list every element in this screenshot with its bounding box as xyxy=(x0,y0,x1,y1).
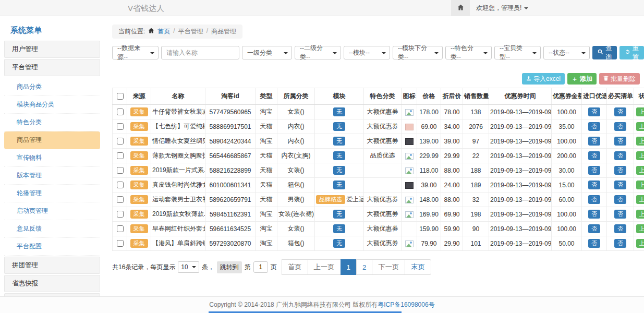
jump-page-input[interactable] xyxy=(253,261,268,273)
table-header-cell[interactable]: 淘客id xyxy=(205,88,256,105)
import-select-toggle[interactable]: 否 xyxy=(588,180,600,190)
sidebar-submenu-item[interactable]: 商品分类 xyxy=(4,78,100,96)
import-select-toggle[interactable]: 否 xyxy=(588,151,600,161)
must-buy-toggle[interactable]: 否 xyxy=(614,151,626,161)
status-badge[interactable]: 上架 xyxy=(636,151,644,161)
must-buy-toggle[interactable]: 否 xyxy=(614,137,626,146)
status-badge[interactable]: 上架 xyxy=(636,224,644,234)
per-page-select[interactable]: 10 xyxy=(178,261,199,273)
import-select-toggle[interactable]: 否 xyxy=(588,166,600,175)
must-buy-toggle[interactable]: 否 xyxy=(614,239,626,248)
filter-field[interactable]: --模块-- xyxy=(344,46,390,59)
status-badge[interactable]: 上架 xyxy=(636,122,644,131)
select-all-checkbox[interactable] xyxy=(117,93,124,100)
import-select-toggle[interactable]: 否 xyxy=(588,239,600,248)
table-header-cell[interactable]: 折后价 xyxy=(441,88,463,105)
table-header-cell[interactable]: 特色分类 xyxy=(364,88,402,105)
table-header-cell[interactable]: 优惠券金额 xyxy=(552,88,582,105)
row-checkbox[interactable] xyxy=(117,211,124,218)
sidebar-group-item[interactable]: 用户管理 xyxy=(4,41,100,58)
table-header-cell[interactable]: 来源 xyxy=(127,88,151,105)
import-select-toggle[interactable]: 否 xyxy=(588,107,600,117)
row-checkbox[interactable] xyxy=(117,240,124,247)
sidebar-submenu-item[interactable]: 轮播管理 xyxy=(4,185,100,202)
import-select-toggle[interactable]: 否 xyxy=(588,137,600,146)
must-buy-toggle[interactable]: 否 xyxy=(614,166,626,175)
sidebar-group-item[interactable]: 省惠快报 xyxy=(4,275,100,292)
row-checkbox[interactable] xyxy=(117,225,124,232)
must-buy-toggle[interactable]: 否 xyxy=(614,107,626,117)
table-header-cell[interactable]: 类型 xyxy=(256,88,277,105)
sidebar-submenu-item[interactable]: 模块商品分类 xyxy=(4,96,100,114)
filter-field[interactable]: --宝贝类型-- xyxy=(494,46,541,59)
must-buy-toggle[interactable]: 否 xyxy=(614,180,626,190)
row-checkbox[interactable] xyxy=(117,152,124,159)
page-button[interactable]: 上一页 xyxy=(308,259,341,275)
table-header-cell[interactable]: 模块 xyxy=(315,88,364,105)
table-header-cell[interactable]: 优惠券时间 xyxy=(489,88,552,105)
row-checkbox[interactable] xyxy=(117,196,124,203)
status-badge[interactable]: 上架 xyxy=(636,239,644,248)
row-checkbox[interactable] xyxy=(117,109,124,115)
page-button[interactable]: 1 xyxy=(341,259,357,275)
row-checkbox[interactable] xyxy=(117,138,124,145)
breadcrumb-home-link[interactable]: 首页 xyxy=(157,27,170,36)
sidebar-submenu-item[interactable]: 商品管理 xyxy=(4,131,100,149)
table-header-cell[interactable]: 状态 xyxy=(634,88,644,105)
import-select-toggle[interactable]: 否 xyxy=(588,210,600,219)
filter-field[interactable]: 一级分类 xyxy=(242,46,292,59)
page-button[interactable]: 2 xyxy=(356,259,372,275)
breadcrumb-item[interactable]: 商品管理 xyxy=(211,27,236,36)
page-button[interactable]: 末页 xyxy=(405,259,431,275)
filter-field[interactable]: 请输入名称 xyxy=(161,46,239,59)
sidebar-submenu-item[interactable]: 意见反馈 xyxy=(4,220,100,238)
import-select-toggle[interactable]: 否 xyxy=(588,195,600,204)
search-button[interactable]: 查询 xyxy=(592,46,617,59)
must-buy-toggle[interactable]: 否 xyxy=(614,210,626,219)
sidebar-submenu-item[interactable]: 宣传物料 xyxy=(4,149,100,167)
status-badge[interactable]: 上架 xyxy=(636,180,644,190)
table-header-cell[interactable]: 必买清单 xyxy=(607,88,634,105)
filter-field[interactable]: --二级分类-- xyxy=(295,46,341,59)
import-excel-button[interactable]: 导入excel xyxy=(522,73,565,85)
sidebar-submenu-item[interactable]: 特色分类 xyxy=(4,114,100,131)
user-menu[interactable]: 欢迎您，管理员! xyxy=(470,0,534,16)
filter-field[interactable]: --状态-- xyxy=(543,46,590,59)
page-button[interactable]: 下一页 xyxy=(372,259,405,275)
table-header-cell[interactable]: 所属分类 xyxy=(277,88,315,105)
table-header-cell[interactable]: 图标 xyxy=(402,88,417,105)
table-header-cell[interactable]: 销售数量 xyxy=(463,88,489,105)
breadcrumb-item[interactable]: 平台管理 xyxy=(178,27,203,36)
page-button[interactable]: 首页 xyxy=(282,259,308,275)
filter-field[interactable]: --特色分类-- xyxy=(445,46,492,59)
sidebar-group-item[interactable]: 拼团管理 xyxy=(4,257,100,274)
row-checkbox[interactable] xyxy=(117,167,124,174)
add-button[interactable]: ＋ 添加 xyxy=(567,73,597,85)
must-buy-toggle[interactable]: 否 xyxy=(614,195,626,204)
table-header-cell[interactable]: 价格 xyxy=(417,88,441,105)
status-badge[interactable]: 上架 xyxy=(636,195,644,204)
filter-field[interactable]: --数据来源-- xyxy=(112,46,159,59)
sidebar-submenu-item[interactable]: 平台配置 xyxy=(4,238,100,256)
reset-button[interactable]: 重置 xyxy=(619,46,644,59)
status-badge[interactable]: 上架 xyxy=(636,107,644,117)
table-header-cell[interactable]: 进口优选 xyxy=(582,88,607,105)
must-buy-toggle[interactable]: 否 xyxy=(614,122,626,131)
jump-button[interactable]: 跳转到 xyxy=(217,261,242,273)
batch-delete-button[interactable]: 批量删除 xyxy=(599,73,640,85)
row-checkbox[interactable] xyxy=(117,123,124,130)
home-button[interactable] xyxy=(451,0,470,16)
filter-field[interactable]: --模块下分类-- xyxy=(393,46,443,59)
sidebar-submenu-item[interactable]: 启动页管理 xyxy=(4,202,100,220)
status-badge[interactable]: 上架 xyxy=(636,166,644,175)
sidebar-group-item[interactable]: 平台管理 xyxy=(4,59,100,76)
status-badge[interactable]: 上架 xyxy=(636,137,644,146)
sidebar-submenu-item[interactable]: 版本管理 xyxy=(4,167,100,185)
must-buy-toggle[interactable]: 否 xyxy=(614,224,626,234)
import-select-toggle[interactable]: 否 xyxy=(588,224,600,234)
table-header-cell[interactable]: 名称 xyxy=(151,88,205,105)
import-select-toggle[interactable]: 否 xyxy=(588,122,600,131)
status-badge[interactable]: 上架 xyxy=(636,210,644,219)
icp-link[interactable]: 粤ICP备16098006号 xyxy=(378,300,434,309)
row-checkbox[interactable] xyxy=(117,182,124,188)
